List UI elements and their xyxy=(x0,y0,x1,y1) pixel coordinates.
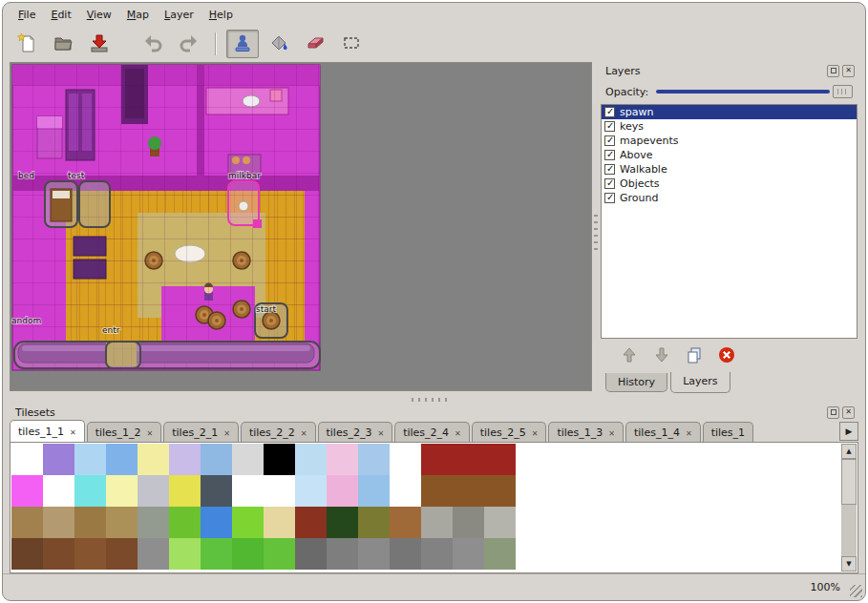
tileset-tile[interactable] xyxy=(453,507,484,538)
tileset-tab[interactable]: tiles_1_1 xyxy=(10,420,85,442)
menu-map[interactable]: Map xyxy=(119,6,157,24)
layer-visibility-checkbox[interactable] xyxy=(604,135,615,146)
layer-row-objects[interactable]: Objects xyxy=(602,177,857,191)
tileset-tile[interactable] xyxy=(232,538,264,570)
tab-layers[interactable]: Layers xyxy=(670,372,730,393)
tileset-tile[interactable] xyxy=(74,475,106,507)
scroll-down-icon[interactable] xyxy=(841,556,857,572)
tileset-tile[interactable] xyxy=(43,475,74,507)
tileset-tile[interactable] xyxy=(327,538,358,570)
tileset-tile[interactable] xyxy=(358,538,390,570)
close-tab-icon[interactable] xyxy=(70,426,76,438)
tileset-tile[interactable] xyxy=(11,507,43,538)
resize-grip[interactable] xyxy=(850,585,862,597)
lower-layer-button[interactable] xyxy=(649,344,674,367)
tileset-tile[interactable] xyxy=(11,475,43,507)
tileset-tile[interactable] xyxy=(295,538,327,570)
tileset-tile[interactable] xyxy=(106,538,138,570)
horizontal-splitter[interactable] xyxy=(3,396,865,404)
close-tab-icon[interactable] xyxy=(532,426,539,439)
tileset-tile[interactable] xyxy=(11,444,43,475)
close-tab-icon[interactable] xyxy=(301,426,307,439)
duplicate-layer-button[interactable] xyxy=(682,344,707,367)
object-resize-handle[interactable] xyxy=(253,219,262,228)
eraser-button[interactable] xyxy=(299,30,331,58)
tileset-tile[interactable] xyxy=(453,538,484,570)
tileset-tile[interactable] xyxy=(453,475,484,507)
tileset-tile[interactable] xyxy=(295,444,327,475)
tileset-tile[interactable] xyxy=(264,475,295,507)
tileset-tile[interactable] xyxy=(232,475,264,507)
close-dock-button[interactable] xyxy=(842,406,855,419)
menu-layer[interactable]: Layer xyxy=(157,6,201,24)
undo-button[interactable] xyxy=(137,30,169,58)
close-tab-icon[interactable] xyxy=(223,426,230,439)
tileset-tile[interactable] xyxy=(264,507,295,538)
bucket-fill-button[interactable] xyxy=(263,30,295,58)
map-view[interactable]: bed test milkbar start andom entr xyxy=(10,62,592,391)
tileset-tile[interactable] xyxy=(484,444,516,475)
scrollbar-thumb[interactable] xyxy=(841,459,857,505)
tileset-tab[interactable]: tiles_2_2 xyxy=(241,422,316,442)
close-tab-icon[interactable] xyxy=(147,426,154,439)
map-object-test[interactable] xyxy=(79,181,110,227)
tileset-scrollbar[interactable] xyxy=(841,444,857,572)
tileset-tile[interactable] xyxy=(484,507,516,538)
tileset-tile[interactable] xyxy=(484,475,516,507)
raise-layer-button[interactable] xyxy=(617,344,642,367)
vertical-splitter[interactable] xyxy=(592,62,600,396)
menu-help[interactable]: Help xyxy=(201,6,241,24)
tileset-tile[interactable] xyxy=(421,444,453,475)
tileset-tile[interactable] xyxy=(169,538,201,570)
tileset-tile[interactable] xyxy=(201,475,232,507)
float-dock-button[interactable] xyxy=(827,406,839,419)
layer-row-walkable[interactable]: Walkable xyxy=(602,162,857,177)
tileset-tab[interactable]: tiles_1_4 xyxy=(625,422,701,442)
tileset-tab[interactable]: tiles_2_5 xyxy=(472,422,547,442)
tileset-tile[interactable] xyxy=(74,538,106,570)
rectangular-select-button[interactable] xyxy=(335,30,368,58)
tileset-tile[interactable] xyxy=(295,475,327,507)
tileset-tile[interactable] xyxy=(327,507,358,538)
open-map-button[interactable] xyxy=(47,30,79,58)
close-tab-icon[interactable] xyxy=(686,426,692,439)
opacity-slider[interactable] xyxy=(654,84,853,99)
stamp-brush-button[interactable] xyxy=(226,30,259,58)
tileset-tile[interactable] xyxy=(74,507,106,538)
tileset-tile[interactable] xyxy=(11,538,43,570)
tileset-tile[interactable] xyxy=(232,444,264,475)
tileset-tile[interactable] xyxy=(390,475,421,507)
tileset-tile[interactable] xyxy=(138,507,169,538)
tileset-tile[interactable] xyxy=(106,444,138,475)
layer-visibility-checkbox[interactable] xyxy=(604,164,615,175)
tileset-tile[interactable] xyxy=(106,475,138,507)
tileset-tile[interactable] xyxy=(43,444,74,475)
tileset-tab[interactable]: tiles_1_2 xyxy=(87,422,162,442)
tileset-tile[interactable] xyxy=(421,507,453,538)
tileset-tile[interactable] xyxy=(201,538,232,570)
layer-row-keys[interactable]: keys xyxy=(602,119,857,134)
new-map-button[interactable] xyxy=(11,30,43,58)
scroll-up-icon[interactable] xyxy=(841,444,857,459)
float-dock-button[interactable] xyxy=(827,65,839,77)
tileset-view[interactable] xyxy=(10,443,858,573)
layer-row-above[interactable]: Above xyxy=(602,148,857,162)
save-map-button[interactable] xyxy=(83,30,116,58)
menu-view[interactable]: View xyxy=(79,6,119,24)
tileset-tile[interactable] xyxy=(390,444,421,475)
tileset-tab[interactable]: tiles_1 xyxy=(703,422,753,442)
map-object-entr[interactable] xyxy=(106,342,140,368)
layer-row-spawn[interactable]: spawn xyxy=(602,105,857,119)
tileset-tile[interactable] xyxy=(264,444,295,475)
tileset-tile[interactable] xyxy=(138,475,169,507)
tileset-tab[interactable]: tiles_2_1 xyxy=(163,422,239,442)
tileset-tile[interactable] xyxy=(201,507,232,538)
close-tab-icon[interactable] xyxy=(608,426,615,439)
tileset-tile[interactable] xyxy=(390,538,421,570)
menu-edit[interactable]: Edit xyxy=(43,6,78,24)
tileset-tile[interactable] xyxy=(138,538,169,570)
layer-visibility-checkbox[interactable] xyxy=(604,107,615,117)
tileset-tile[interactable] xyxy=(232,507,264,538)
tileset-tile[interactable] xyxy=(295,507,327,538)
map-canvas[interactable]: bed test milkbar start andom entr xyxy=(11,63,591,390)
